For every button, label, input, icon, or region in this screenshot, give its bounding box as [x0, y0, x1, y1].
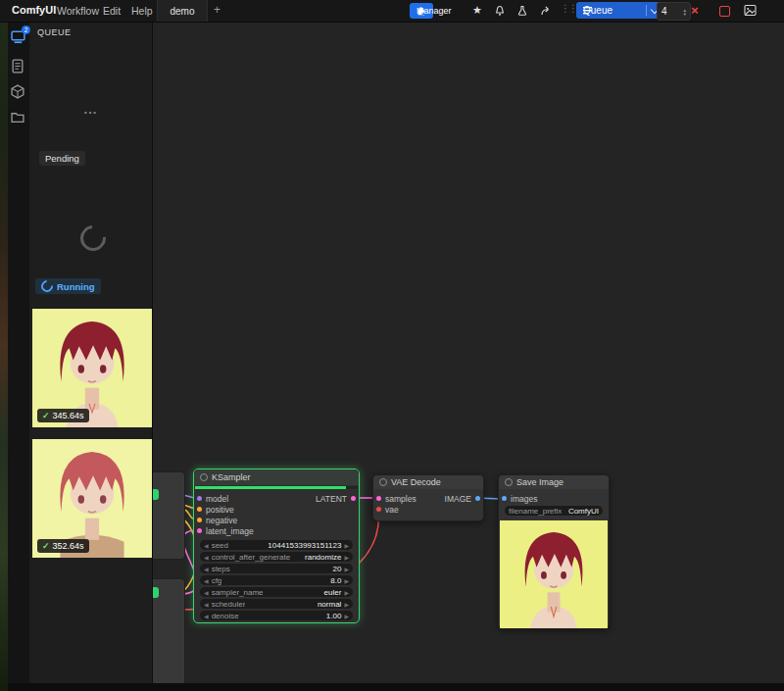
star-icon[interactable]: ★ — [472, 4, 482, 17]
slot-dot-positive[interactable] — [197, 507, 202, 512]
increment-icon[interactable]: ▶ — [344, 613, 349, 619]
node-ksampler-header[interactable]: KSampler — [194, 469, 359, 485]
node-title: VAE Decode — [391, 477, 441, 487]
slot-dot-model[interactable] — [197, 496, 202, 501]
save-image-preview[interactable] — [500, 520, 608, 628]
node-vae-decode-header[interactable]: VAE Decode — [373, 475, 483, 489]
menu-workflow[interactable]: Workflow — [57, 5, 99, 17]
widget-scheduler[interactable]: ◀ scheduler normal ▶ — [200, 599, 353, 609]
node-save-image[interactable]: Save Image images filename_prefix ComfyU… — [498, 474, 610, 629]
widget-seed[interactable]: ◀ seed 10441533993151123 ▶ — [200, 540, 353, 550]
decrement-icon[interactable]: ◀ — [204, 554, 209, 561]
widget-sampler-name[interactable]: ◀ sampler_name euler ▶ — [200, 587, 353, 597]
input-slot-positive: positive — [197, 504, 234, 515]
widget-cfg[interactable]: ◀ cfg 8.0 ▶ — [200, 575, 353, 585]
model-library-icon — [11, 84, 24, 99]
input-slot-images: images — [502, 493, 537, 504]
widget-value: euler — [324, 588, 342, 597]
increment-icon[interactable]: ▶ — [344, 554, 349, 561]
output-slot-image: IMAGE — [445, 493, 480, 504]
queue-result-thumbnail[interactable]: ✓ 345.64s — [32, 309, 152, 427]
slot-dot-image[interactable] — [475, 496, 480, 501]
caret-down-icon[interactable]: ▾ — [683, 12, 686, 16]
widget-steps[interactable]: ◀ steps 20 ▶ — [200, 564, 353, 573]
pending-spinner — [75, 221, 112, 257]
running-section-label: Running — [35, 278, 101, 294]
widget-control-after-generate[interactable]: ◀ control_after_generate randomize ▶ — [200, 552, 353, 562]
queue-panel: QUEUE ... Pending Running ✓ 345.64s — [29, 22, 153, 683]
slot-label: latent_image — [206, 526, 254, 536]
check-icon: ✓ — [42, 541, 50, 551]
interrupt-button[interactable]: × — [691, 3, 699, 18]
queue-result-thumbnail[interactable]: ✓ 352.64s — [32, 439, 152, 558]
widget-filename-prefix[interactable]: filename_prefix ComfyUI — [505, 506, 603, 516]
batch-count-stepper[interactable]: ▴ ▾ — [683, 8, 686, 16]
increment-icon[interactable]: ▶ — [344, 589, 349, 596]
clear-queue-button[interactable] — [719, 6, 730, 17]
slot-label: LATENT — [316, 494, 347, 504]
sidebar-item-workflows[interactable] — [11, 110, 26, 125]
sidebar-item-queue[interactable]: 2 — [11, 29, 26, 45]
clipped-node-top[interactable]: RUNNING th lor, round stable — [152, 471, 185, 560]
queue-menu-ellipsis[interactable]: ... — [29, 102, 152, 117]
slot-dot-vae[interactable] — [376, 507, 381, 512]
collapse-toggle-icon[interactable] — [200, 473, 208, 481]
slot-label: images — [511, 494, 537, 504]
sidebar-item-node-library[interactable] — [11, 59, 26, 74]
manager-button[interactable]: Manager — [410, 3, 433, 19]
workflows-folder-icon — [11, 111, 24, 123]
increment-icon[interactable]: ▶ — [344, 542, 349, 549]
decrement-icon[interactable]: ◀ — [204, 589, 209, 596]
gallery-icon[interactable] — [744, 4, 757, 17]
slot-label: positive — [206, 505, 234, 515]
running-status-badge: RUNNING — [152, 489, 159, 500]
widget-label: cfg — [212, 576, 222, 585]
slot-dot-latent[interactable] — [351, 496, 356, 501]
decrement-icon[interactable]: ◀ — [204, 601, 209, 608]
bell-icon[interactable] — [494, 5, 506, 17]
widget-label: control_after_generate — [212, 553, 291, 562]
node-vae-decode[interactable]: VAE Decode samples IMAGE vae — [372, 474, 484, 521]
collapse-toggle-icon[interactable] — [505, 478, 513, 486]
node-ksampler[interactable]: KSampler model LATENT positive negative … — [193, 469, 360, 623]
increment-icon[interactable]: ▶ — [344, 566, 349, 572]
workflow-tab-label: demo — [170, 6, 194, 17]
slot-dot-negative[interactable] — [197, 518, 202, 522]
node-title: KSampler — [212, 472, 251, 482]
menu-edit[interactable]: Edit — [103, 5, 121, 17]
workflow-tab-demo[interactable]: demo — [157, 0, 208, 22]
pending-label-text: Pending — [45, 153, 79, 164]
drag-handle-icon[interactable]: ⋮⋮ — [561, 3, 576, 14]
slot-dot-samples[interactable] — [376, 496, 381, 501]
widget-value: 10441533993151123 — [268, 541, 341, 550]
clipped-node-bottom[interactable]: RUNNING — [152, 578, 185, 683]
decrement-icon[interactable]: ◀ — [204, 566, 209, 572]
batch-count-input[interactable]: 4 ▴ ▾ — [657, 2, 691, 21]
decrement-icon[interactable]: ◀ — [204, 613, 209, 619]
collapse-toggle-icon[interactable] — [379, 478, 387, 486]
node-save-image-header[interactable]: Save Image — [499, 475, 609, 489]
increment-icon[interactable]: ▶ — [344, 577, 349, 584]
sidebar-item-model-library[interactable] — [11, 84, 26, 100]
share-icon[interactable] — [540, 5, 553, 17]
queue-badge: 2 — [22, 25, 30, 34]
new-tab-button[interactable]: + — [214, 3, 220, 17]
decrement-icon[interactable]: ◀ — [204, 542, 209, 549]
flask-icon[interactable] — [516, 5, 528, 17]
widget-denoise[interactable]: ◀ denoise 1.00 ▶ — [200, 611, 353, 620]
increment-icon[interactable]: ▶ — [344, 601, 349, 608]
widget-value: 8.0 — [330, 576, 341, 585]
input-slot-negative: negative — [197, 515, 237, 525]
queue-run-button[interactable]: Queue — [576, 2, 664, 19]
slot-dot-latent-image[interactable] — [197, 528, 202, 533]
decrement-icon[interactable]: ◀ — [204, 577, 209, 584]
desktop-wallpaper-strip — [0, 0, 8, 691]
widget-value: normal — [318, 600, 341, 609]
preview-image — [500, 520, 608, 628]
widget-label: steps — [212, 565, 230, 573]
slot-dot-images[interactable] — [502, 496, 507, 501]
graph-canvas[interactable]: RUNNING th lor, round stable RUNNING KSa… — [152, 22, 784, 683]
menu-help[interactable]: Help — [131, 5, 153, 17]
running-label-text: Running — [57, 281, 95, 292]
widget-value: 1.00 — [326, 612, 342, 620]
